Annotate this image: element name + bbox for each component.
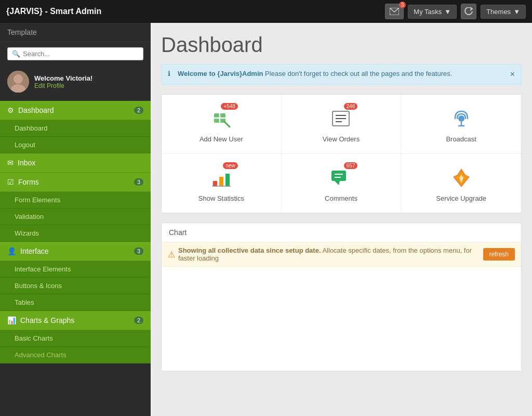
- comments-icon: [329, 166, 352, 189]
- chart-header: Chart: [162, 223, 521, 242]
- chart-warning-bold: Showing all collective data since setup …: [178, 246, 321, 254]
- nav-forms: ☑ Forms 3 Form Elements Validation Wizar…: [0, 173, 151, 242]
- comments-label: Comments: [325, 194, 357, 202]
- topbar-right: 3 My Tasks ▼ Themes ▼: [385, 4, 526, 19]
- themes-button[interactable]: Themes ▼: [481, 5, 526, 19]
- icon-grid: +548 Add New User 246 View Orders: [161, 94, 522, 213]
- search-icon: 🔍: [12, 50, 20, 58]
- forms-icon: ☑: [7, 178, 14, 186]
- nav-inbox: ✉ Inbox: [0, 153, 151, 173]
- sidebar-item-advanced-charts[interactable]: Advanced Charts: [0, 347, 151, 363]
- themes-chevron-icon: ▼: [513, 8, 520, 16]
- sidebar-item-wizards[interactable]: Wizards: [0, 225, 151, 242]
- interface-icon: 👤: [7, 247, 16, 255]
- refresh-icon: [464, 7, 473, 16]
- themes-label: Themes: [486, 8, 511, 16]
- search-input[interactable]: [23, 50, 139, 58]
- chart-refresh-button[interactable]: refresh: [483, 248, 515, 261]
- sidebar-item-basic-charts[interactable]: Basic Charts: [0, 330, 151, 347]
- view-orders-cell[interactable]: 246 View Orders: [282, 95, 402, 154]
- info-icon: ℹ: [168, 70, 170, 77]
- mail-badge: 3: [399, 2, 406, 8]
- broadcast-cell[interactable]: Broadcast: [401, 95, 521, 154]
- my-tasks-label: My Tasks: [414, 8, 442, 16]
- view-orders-badge: 246: [344, 103, 358, 110]
- sidebar-item-logout[interactable]: Logout: [0, 137, 151, 153]
- welcome-text: Welcome: [34, 74, 64, 82]
- info-banner-text: Welcome to {Jarvis}Admin Please don't fo…: [178, 70, 452, 77]
- broadcast-icon-wrap: [448, 105, 475, 132]
- sidebar-item-charts[interactable]: 📊 Charts & Graphs 2: [0, 311, 151, 330]
- show-statistics-cell[interactable]: new Show Statistics: [162, 154, 282, 213]
- chart-warning-text: Showing all collective data since setup …: [178, 246, 483, 262]
- forms-nav-label: ☑ Forms: [7, 178, 39, 186]
- avatar: [7, 71, 29, 93]
- mail-button[interactable]: 3: [385, 4, 404, 19]
- info-banner-body: Please don't forget to check out all the…: [265, 70, 452, 77]
- svg-line-7: [224, 122, 230, 127]
- statistics-icon: [210, 166, 233, 189]
- sidebar-item-inbox[interactable]: ✉ Inbox: [0, 153, 151, 173]
- nav-dashboard: ⚙ Dashboard 2 Dashboard Logout: [0, 101, 151, 153]
- info-banner: ℹ Welcome to {Jarvis}Admin Please don't …: [161, 64, 522, 85]
- sidebar-item-dashboard[interactable]: ⚙ Dashboard 2: [0, 101, 151, 120]
- charts-badge: 2: [134, 317, 143, 324]
- view-orders-icon: [329, 107, 352, 130]
- edit-profile-link[interactable]: Edit Profile: [34, 82, 92, 89]
- main-content: Dashboard ℹ Welcome to {Jarvis}Admin Ple…: [151, 23, 532, 416]
- add-user-badge: +548: [221, 103, 238, 110]
- svg-point-2: [14, 74, 23, 84]
- profile-info: Welcome Victoria! Edit Profile: [34, 74, 92, 89]
- sidebar-item-interface[interactable]: 👤 Interface 3: [0, 242, 151, 261]
- svg-point-12: [458, 115, 464, 122]
- svg-rect-15: [213, 181, 217, 186]
- username: Victoria!: [65, 74, 92, 82]
- topbar: {JARVIS} - Smart Admin 3 My Tasks ▼ Them…: [0, 0, 532, 23]
- info-banner-content: ℹ Welcome to {Jarvis}Admin Please don't …: [168, 70, 452, 77]
- info-banner-strong: Welcome to {Jarvis}Admin: [178, 70, 263, 77]
- my-tasks-chevron-icon: ▼: [444, 8, 451, 16]
- svg-marker-20: [335, 181, 340, 185]
- dashboard-nav-label: ⚙ Dashboard: [7, 106, 54, 114]
- chart-section: Chart ⚠ Showing all collective data sinc…: [161, 223, 522, 371]
- sidebar-item-interface-elements[interactable]: Interface Elements: [0, 261, 151, 278]
- main-layout: Template 🔍 Welcome Victoria! Edit: [0, 23, 532, 416]
- comments-icon-wrap: 657: [327, 164, 354, 191]
- warning-icon: ⚠: [168, 250, 175, 259]
- search-box: 🔍: [0, 42, 151, 66]
- sidebar-item-form-elements[interactable]: Form Elements: [0, 192, 151, 209]
- upgrade-icon-wrap: [448, 164, 475, 191]
- sidebar-item-tables[interactable]: Tables: [0, 294, 151, 311]
- info-banner-close[interactable]: ×: [510, 70, 515, 79]
- sidebar-item-forms[interactable]: ☑ Forms 3: [0, 173, 151, 192]
- add-user-label: Add New User: [200, 135, 243, 143]
- statistics-badge: new: [223, 162, 237, 169]
- charts-nav-label: 📊 Charts & Graphs: [7, 316, 74, 324]
- nav-charts: 📊 Charts & Graphs 2 Basic Charts Advance…: [0, 311, 151, 363]
- mail-icon: [390, 8, 399, 15]
- page-title: Dashboard: [161, 33, 522, 57]
- upgrade-label: Service Upgrade: [436, 194, 486, 202]
- statistics-icon-wrap: new: [208, 164, 235, 191]
- my-tasks-button[interactable]: My Tasks ▼: [408, 5, 457, 19]
- service-upgrade-cell[interactable]: Service Upgrade: [401, 154, 521, 213]
- charts-icon: 📊: [7, 316, 16, 324]
- view-orders-icon-wrap: 246: [327, 105, 354, 132]
- sidebar-item-buttons-icons[interactable]: Buttons & Icons: [0, 278, 151, 294]
- nav-interface: 👤 Interface 3 Interface Elements Buttons…: [0, 242, 151, 311]
- comments-cell[interactable]: 657 Comments: [282, 154, 402, 213]
- svg-rect-17: [225, 174, 230, 186]
- svg-rect-19: [331, 171, 346, 181]
- inbox-nav-label: ✉ Inbox: [7, 159, 35, 167]
- interface-badge: 3: [134, 248, 143, 255]
- broadcast-label: Broadcast: [446, 135, 476, 143]
- add-user-icon: [210, 107, 233, 130]
- add-new-user-cell[interactable]: +548 Add New User: [162, 95, 282, 154]
- sidebar-item-dashboard-sub[interactable]: Dashboard: [0, 120, 151, 137]
- search-input-wrap[interactable]: 🔍: [7, 47, 143, 60]
- profile-section: Welcome Victoria! Edit Profile: [0, 66, 151, 101]
- sidebar-item-validation[interactable]: Validation: [0, 209, 151, 225]
- interface-nav-label: 👤 Interface: [7, 247, 48, 255]
- view-orders-label: View Orders: [323, 135, 360, 143]
- refresh-button[interactable]: [461, 4, 476, 19]
